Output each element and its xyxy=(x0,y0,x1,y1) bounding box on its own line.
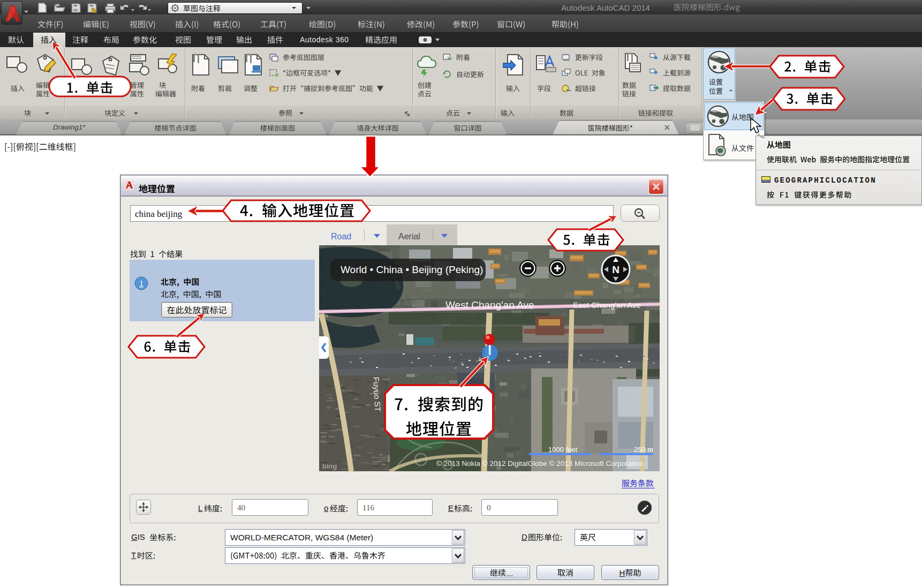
svg-text:1000 feet: 1000 feet xyxy=(548,446,578,454)
svg-text:East Chang'an Ave: East Chang'an Ave xyxy=(573,300,641,310)
svg-text:bing: bing xyxy=(322,462,337,470)
svg-text:N: N xyxy=(612,264,619,275)
svg-text:1: 1 xyxy=(139,279,143,288)
svg-text:World • China • Beijing (Pekin: World • China • Beijing (Peking) xyxy=(341,264,483,275)
svg-text:250 m: 250 m xyxy=(634,446,653,454)
svg-text:Fuyuo ST: Fuyuo ST xyxy=(372,376,382,412)
svg-text:West Chang'an Ave: West Chang'an Ave xyxy=(445,299,534,311)
svg-text:© 2013 Nokia © 2012 DigitalG: © 2013 Nokia © 2012 DigitalGlobe © 2013 … xyxy=(436,459,644,468)
